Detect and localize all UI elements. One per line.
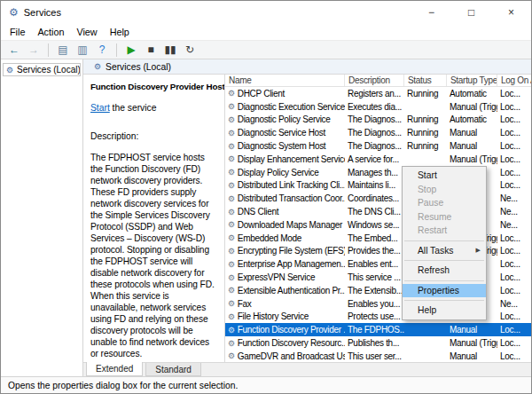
cell-name: ⚙DNS Client <box>225 205 345 218</box>
service-name-text: ExpressVPN Service <box>238 272 315 282</box>
menu-item-label: Restart <box>418 225 447 235</box>
show-console-tree-icon: ▤ <box>58 44 67 55</box>
service-name-text: Enterprise App Managemen... <box>238 259 345 269</box>
menu-item-refresh[interactable]: Refresh <box>403 264 486 278</box>
tab-standard[interactable]: Standard <box>145 363 201 376</box>
context-menu: StartStopPauseResumeRestartAll Tasks▶Ref… <box>402 166 487 320</box>
service-name-text: Extensible Authentication Pr... <box>238 286 345 296</box>
service-gear-icon: ⚙ <box>228 273 235 282</box>
menubar-item-view[interactable]: View <box>70 27 103 37</box>
tree-item-services-local[interactable]: ⚙ Services (Local) <box>3 63 81 76</box>
cell-status: Running <box>404 114 447 127</box>
service-name-text: GameDVR and Broadcast Us... <box>238 351 345 361</box>
table-row[interactable]: ⚙Diagnostic Policy ServiceThe Diagnos...… <box>225 114 531 127</box>
service-name-text: Diagnostic System Host <box>238 141 326 151</box>
cell-name: ⚙Embedded Mode <box>225 232 345 245</box>
table-row[interactable]: ⚙DHCP ClientRegisters an...RunningAutoma… <box>225 87 531 100</box>
help-icon: ? <box>99 44 106 55</box>
column-header-startup-type[interactable]: Startup Type <box>447 75 497 86</box>
start-service-link[interactable]: Start <box>90 103 110 113</box>
cell-description: This user ser... <box>345 350 404 362</box>
forward-icon: → <box>28 44 39 55</box>
service-gear-icon: ⚙ <box>228 351 235 360</box>
column-header-status[interactable]: Status <box>404 75 447 86</box>
cell-name: ⚙Function Discovery Provider ... <box>225 323 345 336</box>
table-row[interactable]: ⚙Function Discovery Resourc...Publishes … <box>225 336 531 350</box>
toolbar-pause-service-button[interactable]: ▮▮ <box>161 42 179 58</box>
table-row[interactable]: ⚙Diagnostic System HostThe Diagnos...Run… <box>225 139 531 153</box>
toolbar-back-button[interactable]: ← <box>5 42 23 58</box>
tab-extended[interactable]: Extended <box>86 362 143 376</box>
cell-name: ⚙Display Enhancement Service <box>225 153 345 166</box>
menu-item-help[interactable]: Help <box>403 303 486 318</box>
table-row[interactable]: ⚙Diagnostic Execution ServiceExecutes di… <box>225 100 531 114</box>
close-button[interactable]: × <box>491 1 531 24</box>
cell-log-on-as: Loc... <box>497 166 531 179</box>
toolbar-start-service-button[interactable]: ▶ <box>122 42 140 58</box>
menu-item-resume[interactable]: Resume <box>403 210 486 225</box>
toolbar-help-button[interactable]: ? <box>93 42 111 58</box>
menu-item-restart[interactable]: Restart <box>403 224 486 238</box>
toolbar-export-list-button[interactable]: ▥ <box>74 42 91 58</box>
cell-log-on-as: Loc... <box>497 271 531 284</box>
menubar-item-help[interactable]: Help <box>104 27 136 37</box>
cell-status: Running <box>404 139 447 153</box>
cell-startup-type: Manual (Trigg... <box>447 336 497 350</box>
service-gear-icon: ⚙ <box>228 89 235 98</box>
service-gear-icon: ⚙ <box>228 260 235 269</box>
menu-item-stop[interactable]: Stop <box>403 183 486 197</box>
menubar-item-file[interactable]: File <box>4 27 31 37</box>
cell-log-on-as: Loc... <box>497 257 531 271</box>
menubar-item-action[interactable]: Action <box>31 27 70 37</box>
menu-item-pause[interactable]: Pause <box>403 196 486 210</box>
service-gear-icon: ⚙ <box>228 102 235 111</box>
services-node-icon: ⚙ <box>6 66 13 75</box>
service-name-text: Diagnostic Policy Service <box>238 114 331 124</box>
cell-description: The Diagnos... <box>345 114 404 127</box>
toolbar: ←→▤▥?▶■▮▮↻ <box>1 40 531 59</box>
menu-separator <box>404 240 484 241</box>
toolbar-separator <box>48 43 49 57</box>
cell-name: ⚙Downloaded Maps Manager <box>225 218 345 232</box>
table-row[interactable]: ⚙Function Discovery Provider ...The FDPH… <box>225 323 531 336</box>
minimize-button[interactable]: − <box>411 1 451 24</box>
service-name-text: Display Enhancement Service <box>238 154 345 164</box>
menu-item-all-tasks[interactable]: All Tasks▶ <box>403 244 486 258</box>
cell-log-on-as: Loc... <box>497 114 531 127</box>
column-header-log-on-as[interactable]: Log On As <box>497 75 531 86</box>
cell-status: Running <box>404 87 447 100</box>
menu-item-start[interactable]: Start <box>403 169 486 183</box>
service-name-text: Function Discovery Provider ... <box>238 325 345 335</box>
restart-service-icon: ↻ <box>185 44 194 55</box>
toolbar-stop-service-button[interactable]: ■ <box>142 42 160 58</box>
cell-name: ⚙Enterprise App Managemen... <box>225 257 345 271</box>
console-tree-panel: ⚙ Services (Local) <box>1 59 83 376</box>
column-header-name[interactable]: Name <box>225 75 345 86</box>
table-row[interactable]: ⚙GameDVR and Broadcast Us...This user se… <box>225 350 531 362</box>
main-header-title: Services (Local) <box>106 62 171 72</box>
cell-name: ⚙Function Discovery Resourc... <box>225 336 345 350</box>
window-controls: − □ × <box>411 1 531 24</box>
cell-description: Registers an... <box>345 87 404 100</box>
toolbar-restart-service-button[interactable]: ↻ <box>181 42 199 58</box>
menu-item-properties[interactable]: Properties <box>403 284 486 298</box>
cell-description: A service for... <box>345 153 404 166</box>
cell-log-on-as: Loc... <box>497 126 531 139</box>
toolbar-forward-button[interactable]: → <box>25 42 43 58</box>
pause-service-icon: ▮▮ <box>164 44 176 55</box>
column-header-description[interactable]: Description <box>345 75 404 86</box>
table-row[interactable]: ⚙Display Enhancement ServiceA service fo… <box>225 153 531 166</box>
cell-description: Maintains li... <box>345 179 404 193</box>
toolbar-show-console-tree-button[interactable]: ▤ <box>54 42 72 58</box>
cell-description: Manages th... <box>345 166 404 179</box>
maximize-button[interactable]: □ <box>451 1 491 24</box>
cell-description: This service ... <box>345 271 404 284</box>
service-detail-pane: Function Discovery Provider Host Start t… <box>83 75 224 362</box>
cell-log-on-as: Loc... <box>497 336 531 350</box>
service-name-text: Function Discovery Resourc... <box>238 338 345 348</box>
table-row[interactable]: ⚙Diagnostic Service HostThe Diagnos...Ru… <box>225 126 531 139</box>
cell-log-on-as: Loc... <box>497 232 531 245</box>
menu-item-label: Refresh <box>418 265 450 275</box>
cell-status <box>404 153 447 166</box>
cell-description: Windows se... <box>345 218 404 232</box>
